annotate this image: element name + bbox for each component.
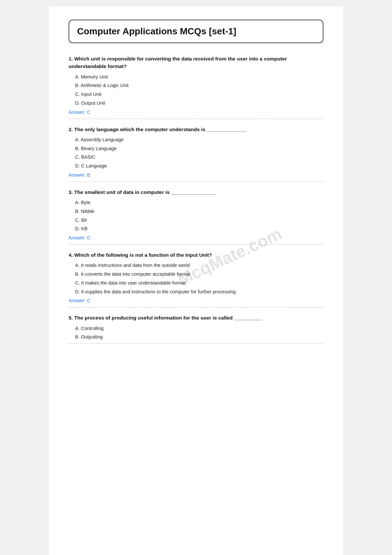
question-block: 4. Which of the following is not a funct… — [69, 251, 323, 307]
options-list: A. Memory UnitB. Arithmetic & Logic Unit… — [69, 74, 323, 107]
option-item: C. Bit — [75, 217, 323, 224]
option-item: D. It supplies the data and instructions… — [75, 288, 323, 296]
option-item: D. C Language — [75, 163, 323, 170]
options-list: A. ControllingB. Outputting — [69, 325, 323, 341]
option-item: B. Outputting — [75, 334, 323, 341]
page: McqMate.com Computer Applications MCQs [… — [49, 7, 343, 555]
option-item: A. It reads instructions and data from t… — [75, 262, 323, 269]
option-item: B. Binary Language — [75, 145, 323, 152]
divider — [69, 119, 323, 119]
option-item: D. KB — [75, 225, 323, 233]
answer-text: Answer: C — [69, 235, 323, 240]
option-item: A. Memory Unit — [75, 74, 323, 81]
divider — [69, 244, 323, 245]
options-list: A. ByteB. NibbleC. BitD. KB — [69, 199, 323, 233]
option-item: C. It makes the data into user understan… — [75, 280, 323, 287]
option-item: A. Byte — [75, 199, 323, 206]
page-title: Computer Applications MCQs [set-1] — [77, 26, 315, 37]
question-text: 2. The only language which the computer … — [69, 126, 323, 133]
option-item: D. Output Unit — [75, 100, 323, 107]
question-block: 1. Which unit is responsible for convert… — [69, 55, 323, 119]
question-block: 5. The process of producing useful infor… — [69, 314, 323, 344]
option-item: C. Input Unit — [75, 91, 323, 98]
answer-text: Answer: C — [69, 298, 323, 303]
option-item: A. Controlling — [75, 325, 323, 332]
question-text: 4. Which of the following is not a funct… — [69, 251, 323, 259]
divider — [69, 343, 323, 344]
question-block: 2. The only language which the computer … — [69, 126, 323, 182]
options-list: A. Assembly LanguageB. Binary LanguageC.… — [69, 136, 323, 170]
option-item: B. Arithmetic & Logic Unit — [75, 82, 323, 89]
option-item: B. Nibble — [75, 208, 323, 215]
option-item: C. BASIC — [75, 154, 323, 161]
questions-container: 1. Which unit is responsible for convert… — [69, 55, 323, 344]
options-list: A. It reads instructions and data from t… — [69, 262, 323, 295]
question-text: 5. The process of producing useful infor… — [69, 314, 323, 321]
question-block: 3. The smallest unit of data in computer… — [69, 188, 323, 245]
question-text: 3. The smallest unit of data in computer… — [69, 188, 323, 196]
divider — [69, 307, 323, 307]
answer-text: Answer: B — [69, 172, 323, 178]
divider — [69, 182, 323, 182]
option-item: B. It converts the data into computer ac… — [75, 271, 323, 278]
question-text: 1. Which unit is responsible for convert… — [69, 55, 323, 70]
option-item: A. Assembly Language — [75, 136, 323, 144]
title-box: Computer Applications MCQs [set-1] — [69, 20, 323, 43]
answer-text: Answer: C — [69, 110, 323, 115]
